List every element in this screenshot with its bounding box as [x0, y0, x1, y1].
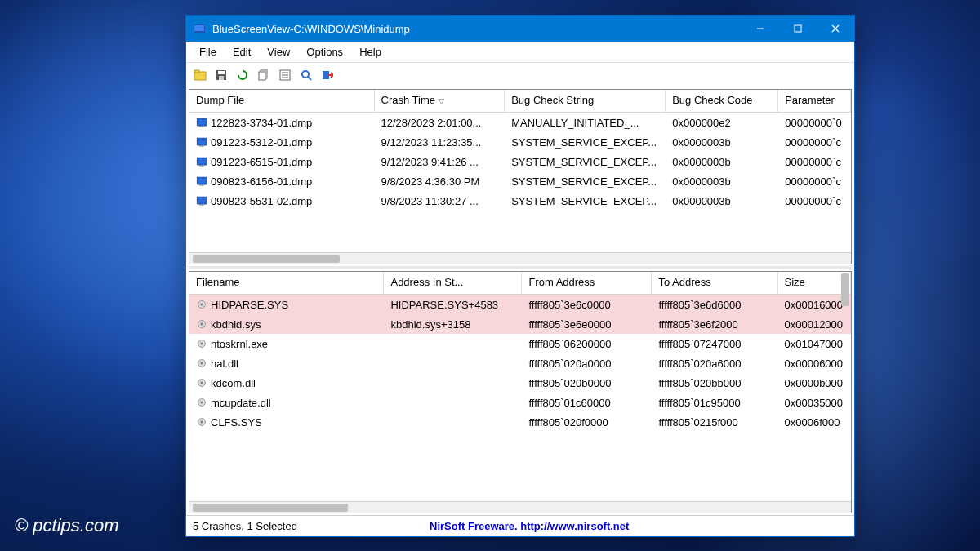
table-row[interactable]: ntoskrnl.exefffff805`06200000fffff805`07…: [189, 334, 851, 353]
svg-point-36: [200, 303, 203, 306]
col-dump-file[interactable]: Dump File: [189, 90, 375, 112]
col-filename[interactable]: Filename: [189, 272, 384, 294]
dump-file-label: 122823-3734-01.dmp: [211, 117, 312, 129]
cell-address-in-stack: [384, 342, 522, 345]
title-path: C:\WINDOWS\Minidump: [294, 23, 410, 35]
col-from-address[interactable]: From Address: [522, 272, 652, 294]
col-crash-time[interactable]: Crash Time▽: [375, 90, 506, 112]
cell-from-address: fffff805`06200000: [522, 336, 652, 352]
col-parameter[interactable]: Parameter: [778, 90, 851, 112]
cell-from-address: fffff805`020f0000: [522, 415, 652, 430]
menu-edit[interactable]: Edit: [225, 44, 259, 60]
hscroll-thumb[interactable]: [193, 255, 340, 263]
save-icon[interactable]: [212, 66, 230, 84]
cell-filename: ntoskrnl.exe: [189, 336, 384, 352]
titlebar[interactable]: BlueScreenView - C:\WINDOWS\Minidump: [186, 16, 854, 42]
module-hscrollbar[interactable]: [189, 501, 851, 513]
dump-file-label: 090823-6156-01.dmp: [211, 176, 312, 188]
svg-rect-10: [219, 76, 224, 80]
close-button[interactable]: [817, 16, 854, 42]
pane-splitter[interactable]: [189, 266, 852, 269]
cell-address-in-stack: [384, 381, 522, 384]
cell-filename: kbdhid.sys: [189, 317, 384, 332]
cell-size: 0x00035000: [777, 395, 851, 411]
module-vscrollbar[interactable]: [841, 273, 849, 306]
menu-options[interactable]: Options: [298, 44, 351, 60]
col-to-address[interactable]: To Address: [652, 272, 777, 294]
module-list-pane: Filename Address In St... From Address T…: [189, 271, 852, 513]
refresh-icon[interactable]: [234, 66, 252, 84]
cell-bug-code: 0x0000003b: [666, 174, 778, 189]
table-row[interactable]: hal.dllfffff805`020a0000fffff805`020a600…: [189, 353, 851, 373]
cell-address-in-stack: kbdhid.sys+3158: [384, 317, 522, 332]
cell-bug-code: 0x0000003b: [666, 135, 778, 150]
table-row[interactable]: mcupdate.dllfffff805`01c60000fffff805`01…: [189, 393, 851, 412]
cell-to-address: fffff805`07247000: [652, 336, 777, 352]
table-row[interactable]: kdcom.dllfffff805`020b0000fffff805`020bb…: [189, 373, 851, 393]
col-bug-code[interactable]: Bug Check Code: [666, 90, 778, 112]
module-name-label: kbdhid.sys: [211, 318, 261, 331]
module-name-label: CLFS.SYS: [211, 416, 262, 429]
menu-file[interactable]: File: [191, 44, 225, 60]
cell-parameter: 00000000`c: [778, 193, 851, 209]
maximize-button[interactable]: [779, 16, 817, 42]
cell-from-address: fffff805`020a0000: [522, 356, 652, 371]
cell-crash-time: 9/12/2023 11:23:35...: [375, 135, 506, 150]
table-row[interactable]: 090823-6156-01.dmp9/8/2023 4:36:30 PMSYS…: [189, 171, 851, 191]
cell-from-address: fffff805`020b0000: [522, 375, 652, 391]
svg-point-44: [200, 381, 203, 384]
menu-help[interactable]: Help: [351, 44, 390, 60]
hscroll-thumb[interactable]: [193, 504, 348, 512]
cell-dump-file: 091223-6515-01.dmp: [189, 154, 375, 170]
dump-hscrollbar[interactable]: [189, 252, 851, 264]
svg-rect-33: [198, 198, 207, 203]
table-row[interactable]: HIDPARSE.SYSHIDPARSE.SYS+4583fffff805`3e…: [189, 295, 851, 314]
cell-size: 0x00006000: [777, 356, 851, 371]
module-header-row: Filename Address In St... From Address T…: [189, 272, 851, 295]
table-row[interactable]: CLFS.SYSfffff805`020f0000fffff805`0215f0…: [189, 412, 851, 432]
exit-icon[interactable]: [318, 66, 336, 84]
find-icon[interactable]: [297, 66, 315, 84]
dump-list-pane: Dump File Crash Time▽ Bug Check String B…: [189, 89, 852, 264]
svg-point-46: [200, 401, 203, 404]
table-row[interactable]: kbdhid.syskbdhid.sys+3158fffff805`3e6e00…: [189, 314, 851, 334]
statusbar: 5 Crashes, 1 Selected NirSoft Freeware. …: [186, 515, 854, 536]
cell-to-address: fffff805`3e6f2000: [652, 317, 777, 332]
svg-rect-21: [198, 119, 207, 125]
svg-rect-7: [194, 70, 199, 73]
table-row[interactable]: 091223-5312-01.dmp9/12/2023 11:23:35...S…: [189, 132, 851, 152]
col-size[interactable]: Size: [778, 272, 852, 294]
svg-rect-9: [218, 71, 225, 74]
copy-icon[interactable]: [255, 66, 273, 84]
table-row[interactable]: 090823-5531-02.dmp9/8/2023 11:30:27 ...S…: [189, 191, 851, 211]
minimize-button[interactable]: [742, 16, 779, 42]
module-name-label: ntoskrnl.exe: [211, 338, 268, 350]
svg-rect-34: [199, 204, 203, 205]
svg-rect-22: [199, 126, 203, 127]
module-rows: HIDPARSE.SYSHIDPARSE.SYS+4583fffff805`3e…: [189, 295, 851, 501]
app-window: BlueScreenView - C:\WINDOWS\Minidump Fil…: [185, 15, 855, 537]
cell-crash-time: 12/28/2023 2:01:00...: [375, 115, 506, 131]
watermark: © pctips.com: [15, 515, 118, 536]
sort-desc-icon: ▽: [439, 97, 444, 105]
svg-rect-3: [795, 25, 801, 32]
cell-size: 0x01047000: [777, 336, 851, 352]
cell-from-address: fffff805`01c60000: [522, 395, 652, 411]
cell-from-address: fffff805`3e6c0000: [522, 297, 652, 313]
table-row[interactable]: 091223-6515-01.dmp9/12/2023 9:41:26 ...S…: [189, 152, 851, 171]
module-name-label: mcupdate.dll: [211, 397, 271, 409]
cell-bug-string: SYSTEM_SERVICE_EXCEP...: [505, 135, 666, 150]
status-link[interactable]: NirSoft Freeware. http://www.nirsoft.net: [430, 520, 629, 532]
open-folder-icon[interactable]: [191, 66, 209, 84]
status-left: 5 Crashes, 1 Selected: [193, 520, 430, 532]
col-address-in-stack[interactable]: Address In St...: [384, 272, 522, 294]
cell-dump-file: 091223-5312-01.dmp: [189, 135, 375, 150]
table-row[interactable]: 122823-3734-01.dmp12/28/2023 2:01:00...M…: [189, 113, 851, 132]
properties-icon[interactable]: [276, 66, 294, 84]
cell-size: 0x0000b000: [777, 375, 851, 391]
svg-rect-27: [198, 158, 207, 164]
cell-address-in-stack: HIDPARSE.SYS+4583: [384, 297, 522, 313]
svg-rect-28: [199, 165, 203, 166]
menu-view[interactable]: View: [259, 44, 298, 60]
col-bug-string[interactable]: Bug Check String: [505, 90, 666, 112]
